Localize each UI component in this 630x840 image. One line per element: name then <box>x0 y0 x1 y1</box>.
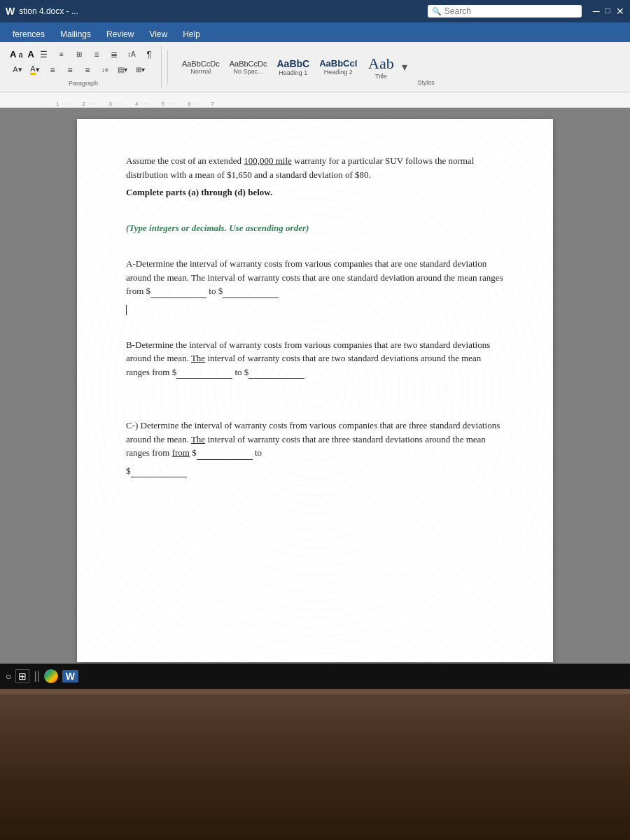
ruler-mark-6: 6 <box>188 101 190 107</box>
fill-c1 <box>197 459 253 460</box>
shading-btn[interactable]: ▤▾ <box>115 63 130 77</box>
highlight-btn[interactable]: A▾ <box>27 63 43 77</box>
tab-review[interactable]: Review <box>99 27 141 42</box>
document-scroll-area[interactable]: Assume the cost of an extended 100,000 m… <box>0 108 630 673</box>
underline-miles: 100,000 mile <box>244 155 292 166</box>
fill-c2 <box>131 477 187 477</box>
instruction-para: (Type integers or decimals. Use ascendin… <box>126 221 504 235</box>
font-name-label: A <box>10 49 16 59</box>
ruler-marks: · 1 · · · 2 · · · 3 · · · 4 · · · 5 · · … <box>42 92 214 107</box>
indent-right-btn[interactable]: ⊞ <box>71 48 87 62</box>
style-title[interactable]: Aab Title <box>363 48 399 86</box>
heading2-label: Heading 2 <box>324 69 353 76</box>
align-left2-btn[interactable]: ≡ <box>45 63 60 77</box>
fill-b2 <box>248 378 304 379</box>
ruler-mark-3: 3 <box>108 101 111 107</box>
title-bar-left: W stion 4.docx - ... <box>6 6 422 17</box>
styles-gallery: AaBbCcDc Normal AaBbCcDc No Spac... AaBb… <box>174 47 413 88</box>
heading1-preview: AaBbC <box>277 58 310 69</box>
title-text: stion 4.docx - ... <box>19 6 78 16</box>
align-justify2-btn[interactable]: ≡ <box>80 63 95 77</box>
styles-expand-icon: ▾ <box>402 60 407 74</box>
styles-expand-btn[interactable]: ▾ <box>400 59 409 75</box>
word-application: W stion 4.docx - ... 🔍 ─ □ ✕ ferences Ma… <box>0 0 630 689</box>
ruler-mark-4: 4 <box>135 101 138 107</box>
taskbar-word[interactable]: W <box>62 670 78 682</box>
align-justify-btn[interactable]: ≡ <box>89 48 104 62</box>
taskbar-divider: || <box>34 670 39 682</box>
tab-ferences[interactable]: ferences <box>6 27 52 42</box>
desk-area <box>0 689 630 840</box>
taskbar-grid[interactable]: ⊞ <box>15 669 29 683</box>
instruction-text: (Type integers or decimals. Use ascendin… <box>126 223 309 233</box>
minimize-btn[interactable]: ─ <box>593 6 600 17</box>
search-input[interactable] <box>444 6 556 16</box>
ruler: · 1 · · · 2 · · · 3 · · · 4 · · · 5 · · … <box>0 92 630 108</box>
font-row2: A▾ A▾ ≡ ≡ ≡ ↕≡ ▤▾ ⊞▾ <box>10 63 157 77</box>
border-btn[interactable]: ⊞▾ <box>132 63 148 77</box>
styles-label: Styles <box>417 79 435 89</box>
ruler-dots-4: · · · <box>141 101 148 107</box>
part-b-para: B-Determine the interval of warranty cos… <box>126 338 504 379</box>
ruler-dots-2: · · · <box>88 101 96 107</box>
style-nospace[interactable]: AaBbCcDc No Spac... <box>225 48 272 86</box>
align-right-btn[interactable]: ≣ <box>106 48 122 62</box>
heading2-preview: AaBbCcl <box>319 58 357 69</box>
cursor <box>126 305 127 315</box>
heading1-label: Heading 1 <box>279 69 307 76</box>
taskbar: ○ ⊞ || W <box>0 664 630 689</box>
ruler-dots-5: · · · <box>167 101 175 107</box>
normal-preview: AaBbCcDc <box>182 59 220 68</box>
complete-bold: Complete parts (a) through (d) below. <box>126 187 272 197</box>
tab-mailings[interactable]: Mailings <box>53 27 98 42</box>
part-a-para: A-Determine the interval of warranty cos… <box>126 257 504 298</box>
desk-surface <box>0 689 630 694</box>
main-paragraph: Assume the cost of an extended 100,000 m… <box>126 154 504 181</box>
the-interval-b: The <box>191 353 205 363</box>
search-box[interactable]: 🔍 <box>428 5 582 18</box>
part-c-para: C-) Determine the interval of warranty c… <box>126 419 504 460</box>
page-content[interactable]: Assume the cost of an extended 100,000 m… <box>126 154 504 477</box>
ribbon-divider-1 <box>167 50 168 85</box>
ruler-dots-1: · · · <box>62 101 70 107</box>
list-btn[interactable]: ☰ <box>36 48 52 62</box>
complete-parts: Complete parts (a) through (d) below. <box>126 186 504 200</box>
close-btn[interactable]: ✕ <box>616 6 624 17</box>
word-icon: W <box>6 6 15 17</box>
tab-view[interactable]: View <box>142 27 174 42</box>
ruler-dots-3: · · · <box>115 101 122 107</box>
style-normal[interactable]: AaBbCcDc Normal <box>178 48 224 86</box>
part-c-end: $ <box>126 464 504 478</box>
style-heading2[interactable]: AaBbCcl Heading 2 <box>315 48 361 86</box>
font-aa-label: a <box>18 50 22 59</box>
font-bigA: A <box>28 49 34 59</box>
pilcrow-btn[interactable]: ¶ <box>141 48 157 62</box>
the-interval-c: The <box>191 434 205 444</box>
title-bar: W stion 4.docx - ... 🔍 ─ □ ✕ <box>0 0 630 22</box>
font-section: A a A ☰ ≡ ⊞ ≡ ≣ ↕A ¶ A▾ A▾ ≡ <box>6 46 162 88</box>
ribbon-toolbar: A a A ☰ ≡ ⊞ ≡ ≣ ↕A ¶ A▾ A▾ ≡ <box>0 42 630 92</box>
font-row1: A a A ☰ ≡ ⊞ ≡ ≣ ↕A ¶ <box>10 48 157 62</box>
fill-b1 <box>176 378 232 379</box>
from-underline: from <box>172 447 190 458</box>
maximize-btn[interactable]: □ <box>606 6 610 17</box>
sort-btn[interactable]: ↕A <box>124 48 139 62</box>
tab-help[interactable]: Help <box>176 27 207 42</box>
align-center2-btn[interactable]: ≡ <box>62 63 78 77</box>
nospace-label: No Spac... <box>234 68 263 75</box>
ruler-mark-1: 1 <box>56 101 59 107</box>
font-color-btn[interactable]: A▾ <box>10 63 25 77</box>
title-preview: Aab <box>368 55 394 73</box>
title-label: Title <box>375 73 387 80</box>
page: Assume the cost of an extended 100,000 m… <box>77 119 553 662</box>
style-heading1[interactable]: AaBbC Heading 1 <box>273 48 314 86</box>
ribbon-tabs: ferences Mailings Review View Help <box>0 22 630 42</box>
taskbar-google[interactable] <box>44 669 58 683</box>
ruler-mark-7: 7 <box>211 101 214 107</box>
line-spacing-btn[interactable]: ↕≡ <box>97 63 113 77</box>
paragraph-label: Paragraph <box>10 80 157 87</box>
taskbar-circle[interactable]: ○ <box>6 671 11 682</box>
fill-a2 <box>223 298 279 298</box>
ruler-mark-2: 2 <box>83 101 85 107</box>
indent-btn[interactable]: ≡ <box>54 48 69 62</box>
